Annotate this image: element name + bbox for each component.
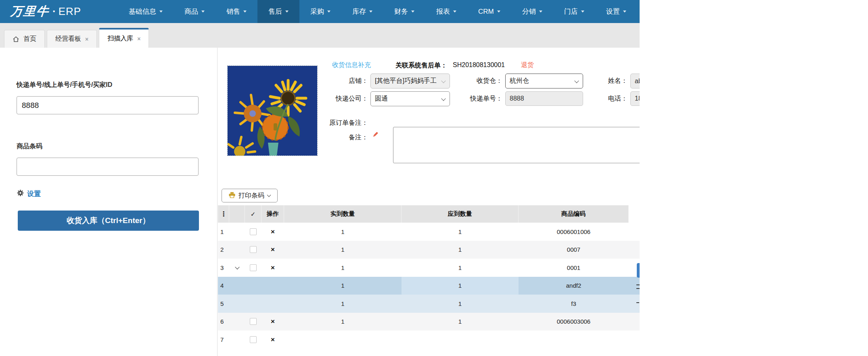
- close-icon[interactable]: ×: [85, 36, 88, 42]
- tab-扫描入库[interactable]: 扫描入库×: [99, 28, 149, 48]
- nav-item-CRM[interactable]: CRM: [467, 0, 511, 23]
- operation-cell: ×: [261, 313, 284, 331]
- return-link[interactable]: 退货: [521, 61, 534, 70]
- tab-label: 经营看板: [55, 35, 81, 43]
- receive-info-supplement-link[interactable]: 收货信息补充: [332, 61, 371, 70]
- erp-app: 万里牛 · ERP 基础信息商品销售售后采购库存财务报表CRM分销门店设置 首页…: [0, 0, 868, 356]
- table-row[interactable]: 2×110007: [218, 241, 640, 259]
- operation-cell: [261, 295, 284, 313]
- blank-cell: [629, 241, 640, 259]
- nav-item-分销[interactable]: 分销: [511, 0, 553, 23]
- gear-icon: [17, 189, 24, 198]
- product-code-cell: 0001: [519, 259, 629, 277]
- expand-cell: [229, 295, 245, 313]
- name-field: [630, 74, 640, 88]
- nav-item-基础信息[interactable]: 基础信息: [118, 0, 174, 23]
- edit-pencil-icon[interactable]: [372, 131, 379, 140]
- print-barcode-label: 打印条码: [238, 192, 264, 200]
- remove-row-icon[interactable]: ×: [271, 246, 275, 253]
- row-number: 2: [218, 241, 229, 259]
- expand-cell: [229, 313, 245, 331]
- checkbox-cell: [245, 277, 261, 295]
- table-row[interactable]: 7×: [218, 331, 640, 349]
- row-checkbox[interactable]: [250, 228, 257, 235]
- check-icon: ✓: [245, 205, 261, 223]
- nav-item-采购[interactable]: 采购: [299, 0, 341, 23]
- table-row[interactable]: 3×110001: [218, 259, 640, 277]
- header-blank: [629, 205, 640, 223]
- settings-link[interactable]: 设置: [17, 189, 41, 198]
- close-icon[interactable]: ×: [137, 36, 140, 42]
- checkbox-cell: [245, 331, 261, 349]
- shop-label: 店铺：: [324, 77, 368, 85]
- nav-item-库存[interactable]: 库存: [341, 0, 383, 23]
- row-checkbox[interactable]: [250, 264, 257, 271]
- remark-textarea[interactable]: [393, 127, 640, 163]
- product-code-cell: f3: [519, 295, 629, 313]
- expected-qty-cell: 1: [402, 295, 519, 313]
- chevron-down-icon: [453, 11, 456, 13]
- operation-cell: [261, 277, 284, 295]
- table-row[interactable]: 1×110006001006: [218, 223, 640, 241]
- header-operation: 操作: [261, 205, 284, 223]
- nav-item-label: 采购: [310, 7, 324, 16]
- chevron-down-icon: [285, 11, 289, 13]
- printer-icon: [229, 192, 235, 200]
- nav-item-label: 分销: [522, 7, 536, 16]
- table-row[interactable]: 511f3: [218, 295, 640, 313]
- brand-suffix: ERP: [59, 5, 81, 18]
- brand-logo[interactable]: 万里牛 · ERP: [0, 0, 81, 23]
- tracking-number-label: 快递单号：: [457, 95, 502, 103]
- table-body: 1×1100060010062×1100073×110001411andf251…: [218, 223, 640, 349]
- expand-cell: [229, 277, 245, 295]
- chevron-down-icon: [441, 96, 446, 101]
- chevron-down-icon: [369, 11, 372, 13]
- shop-select: [其他平台]巧妈妈手工: [370, 74, 450, 88]
- inbound-table: ⋮✓操作实到数量应到数量商品编码 1×1100060010062×1100073…: [218, 205, 640, 349]
- nav-item-报表[interactable]: 报表: [425, 0, 467, 23]
- content-area: 快递单号/线上单号/手机号/买家ID 商品条码 设置 收货入库（Ctrl: [0, 48, 640, 356]
- nav-item-售后[interactable]: 售后: [257, 0, 299, 23]
- expand-cell: [229, 331, 245, 349]
- nav-item-财务[interactable]: 财务: [383, 0, 425, 23]
- scan-input[interactable]: [17, 96, 199, 114]
- nav-item-设置[interactable]: 设置: [595, 0, 637, 23]
- sidebar-divider: [217, 48, 218, 356]
- print-barcode-button[interactable]: 打印条码: [222, 189, 278, 202]
- operation-cell: ×: [261, 331, 284, 349]
- clipped-text-fragment: [636, 284, 640, 289]
- express-company-select[interactable]: 圆通: [370, 91, 450, 106]
- tab-经营看板[interactable]: 经营看板×: [47, 30, 97, 48]
- row-checkbox[interactable]: [250, 246, 257, 253]
- nav-item-销售[interactable]: 销售: [215, 0, 257, 23]
- nav-item-label: 销售: [226, 7, 240, 16]
- chevron-down-icon[interactable]: [235, 265, 239, 269]
- tab-首页[interactable]: 首页: [4, 30, 45, 48]
- table-row[interactable]: 6×110006003006: [218, 313, 640, 331]
- clipped-blue-button-fragment: [637, 263, 640, 278]
- actual-qty-cell: [284, 331, 402, 349]
- row-checkbox[interactable]: [250, 318, 257, 325]
- remove-row-icon[interactable]: ×: [271, 228, 275, 235]
- chevron-down-icon: [201, 11, 205, 13]
- receive-inbound-button[interactable]: 收货入库（Ctrl+Enter）: [18, 211, 199, 231]
- nav-item-门店[interactable]: 门店: [553, 0, 595, 23]
- chevron-down-icon: [159, 11, 163, 13]
- chevron-down-icon: [411, 11, 414, 13]
- nav-item-商品[interactable]: 商品: [174, 0, 215, 23]
- expand-cell: [229, 223, 245, 241]
- remove-row-icon[interactable]: ×: [271, 318, 275, 325]
- barcode-input[interactable]: [17, 158, 199, 176]
- nav-item-label: 设置: [606, 7, 620, 16]
- remove-row-icon[interactable]: ×: [271, 336, 275, 343]
- express-company-label: 快递公司：: [324, 95, 368, 103]
- header-product-code: 商品编码: [519, 205, 629, 223]
- warehouse-select[interactable]: 杭州仓: [505, 74, 583, 88]
- expected-qty-cell: 1: [402, 277, 519, 295]
- row-checkbox[interactable]: [250, 336, 257, 343]
- nav-item-label: 库存: [352, 7, 366, 16]
- clipped-text-fragment: [636, 302, 639, 305]
- remove-row-icon[interactable]: ×: [271, 264, 275, 271]
- barcode-input-label: 商品条码: [17, 142, 42, 151]
- table-row[interactable]: 411andf2: [218, 277, 640, 295]
